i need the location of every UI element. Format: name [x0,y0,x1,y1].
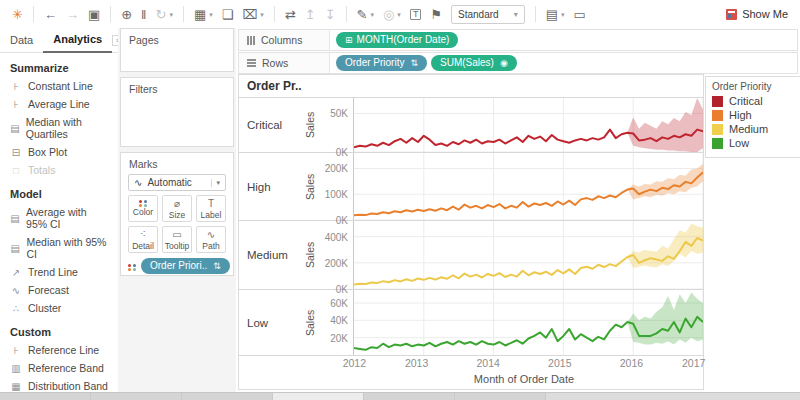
cluster-icon: ∴ [10,303,22,314]
analytics-pane: DataAnalytics∗ Summarize⊦Constant Line⊦A… [0,28,119,393]
columns-shelf[interactable]: Columns ⊞MONTH(Order Date) [238,29,798,51]
axis-spacer [239,356,345,371]
mark-button-label: Color [133,207,153,217]
sheet-tabs-strip[interactable] [0,392,800,400]
mark-button-label: Path [202,241,220,251]
label-button[interactable]: TLabel [196,195,226,222]
distribution-band-icon: ▦ [10,381,22,392]
pages-shelf[interactable]: Pages [120,28,234,72]
plot-critical[interactable] [353,98,703,152]
y-axis-ticks[interactable]: 50K0K [317,98,353,152]
swap-rows-columns-button[interactable]: ⇄ [281,5,300,24]
analytics-item-median-with-quartiles[interactable]: ▤Median with Quartiles [0,113,118,143]
plot-low[interactable] [353,290,703,355]
tab-data[interactable]: Data [0,28,43,52]
new-worksheet-button[interactable]: ▦▾ [190,5,217,24]
presentation-mode-button[interactable]: ▭ [569,5,589,24]
analytics-item-average-line[interactable]: ⊦Average Line [0,95,118,113]
size-button[interactable]: ⌀Size [162,195,192,222]
show-mark-labels-button[interactable]: ▤▾ [542,5,569,24]
x-axis[interactable]: 201220132014201520162017 [239,356,703,371]
analytics-item-label: Trend Line [28,266,78,278]
chart-area: CriticalSales50K0KHighSales200K100K0KMed… [239,98,703,385]
panel-row-critical: CriticalSales50K0K [239,98,703,153]
highlight-button[interactable]: ✎▾ [353,5,378,24]
label-button-icon: T [208,198,214,210]
save-button[interactable]: ▣ [84,5,104,24]
analytics-item-label: Constant Line [28,80,93,92]
pill-sum-sales[interactable]: SUM(Sales)◉ [431,55,517,71]
color-legend[interactable]: Order Priority CriticalHighMediumLow [705,76,800,158]
tick-label: 60K [330,298,348,309]
clear-sheet-icon: ⌧ [242,8,257,21]
tick-label: 200K [325,163,348,174]
y-axis-title: Sales [303,153,317,220]
color-button[interactable]: Color [128,195,158,222]
row-header-high[interactable]: High [239,153,303,220]
sheet-title[interactable]: Order Pr.. [239,75,703,98]
row-header-critical[interactable]: Critical [239,98,303,152]
mark-type-dropdown[interactable]: ∿ Automatic ▾ [128,174,226,191]
mark-button-label: Detail [132,241,154,251]
average-ci-icon: ▤ [10,213,20,224]
analytics-item-box-plot[interactable]: ⊟Box Plot [0,143,118,161]
toolbar-separator [33,6,34,22]
analytics-item-constant-line[interactable]: ⊦Constant Line [0,77,118,95]
legend-item-label: Low [729,137,749,149]
analytics-item-reference-line[interactable]: ⊦Reference Line [0,341,118,359]
tooltip-button[interactable]: ▭Tooltip [162,226,192,253]
reference-band-icon: ▥ [10,363,22,374]
marks-buttons: Color⌀SizeTLabel⁖Detail▭Tooltip∿Path [121,195,233,253]
marks-pill-order-priority[interactable]: Order Priori.. ⇅ [141,258,230,274]
toolbar-separator [535,6,536,22]
analytics-item-label: Reference Band [28,362,104,374]
analytics-item-cluster[interactable]: ∴Cluster [0,299,118,317]
legend-item-medium[interactable]: Medium [712,123,800,135]
legend-item-critical[interactable]: Critical [712,95,800,107]
pill-order-priority[interactable]: Order Priority⇅ [336,55,427,71]
analytics-item-reference-band[interactable]: ▥Reference Band [0,359,118,377]
sort-ascending-button: ↥ [301,5,320,24]
legend-item-label: Medium [729,123,768,135]
pause-auto-updates-button[interactable]: ‖ [137,5,150,24]
legend-swatch [712,110,723,121]
text-object-button[interactable]: T [406,6,426,23]
plot-medium[interactable] [353,221,703,289]
undo-button[interactable]: ← [40,5,61,24]
plot-high[interactable] [353,153,703,220]
row-header-low[interactable]: Low [239,290,303,355]
rows-shelf[interactable]: Rows Order Priority⇅SUM(Sales)◉ [238,52,798,74]
legend-item-low[interactable]: Low [712,137,800,149]
y-axis-ticks[interactable]: 400K200K0K [317,221,353,289]
row-header-medium[interactable]: Medium [239,221,303,289]
analytics-item-average-with-95-ci[interactable]: ▤Average with 95% CI [0,203,118,233]
pill-month-order-date[interactable]: ⊞MONTH(Order Date) [336,32,458,48]
duplicate-sheet-button[interactable]: ❏ [218,5,238,24]
tab-analytics[interactable]: Analytics [43,27,112,53]
pill-label: SUM(Sales) [440,58,494,68]
tableau-logo-button[interactable]: ✳ [8,5,27,24]
fit-dropdown[interactable]: Standard▾ [451,5,525,24]
y-axis-ticks[interactable]: 200K100K0K [317,153,353,220]
run-update-icon: ↻ [155,8,166,21]
tick-label: 20K [330,332,348,343]
analytics-item-forecast[interactable]: ∿Forecast [0,281,118,299]
analytics-item-median-with-95-ci[interactable]: ▤Median with 95% CI [0,233,118,263]
fix-axes-button[interactable]: ⚑ [426,5,446,24]
detail-button[interactable]: ⁖Detail [128,226,158,253]
legend-item-label: High [729,109,752,121]
filters-shelf[interactable]: Filters [120,77,234,147]
x-axis-title: Month of Order Date [345,371,703,385]
tick-label: 200K [325,257,348,268]
chart-panels: CriticalSales50K0KHighSales200K100K0KMed… [239,98,703,356]
y-axis-ticks[interactable]: 60K40K20K [317,290,353,355]
mark-button-label: Size [169,210,186,220]
analytics-item-trend-line[interactable]: ↗Trend Line [0,263,118,281]
clear-sheet-button[interactable]: ⌧▾ [238,5,268,24]
show-me-button[interactable]: Show Me [726,8,792,20]
legend-item-high[interactable]: High [712,109,800,121]
detail-button-icon: ⁖ [140,229,146,241]
path-button[interactable]: ∿Path [196,226,226,253]
new-data-source-button[interactable]: ⊕ [117,5,136,24]
duplicate-sheet-icon: ❏ [222,8,234,21]
